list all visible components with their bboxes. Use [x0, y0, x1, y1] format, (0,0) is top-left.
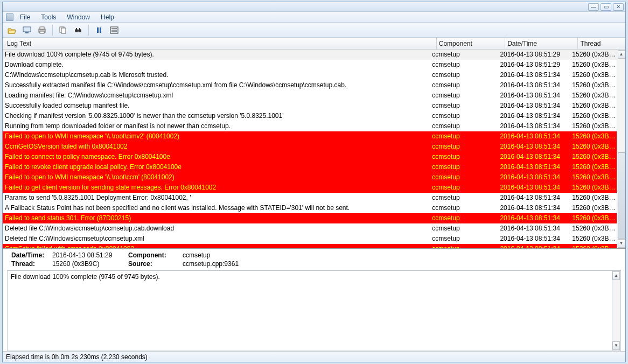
cell-thread: 15260 (0x3B9C	[570, 121, 617, 131]
print-button[interactable]	[36, 24, 48, 36]
detail-thread-label: Thread:	[11, 260, 49, 268]
maximize-button[interactable]: ▭	[601, 3, 611, 11]
list-icon	[110, 26, 118, 34]
log-row[interactable]: Failed to open to WMI namespace '\\.\roo…	[3, 131, 617, 142]
log-row[interactable]: Running from temp downloaded folder or m…	[3, 121, 617, 131]
cell-text: Download complete.	[3, 60, 430, 70]
close-button[interactable]: ✕	[613, 3, 624, 11]
column-header-datetime[interactable]: Date/Time	[505, 38, 578, 49]
cell-comp: ccmsetup	[430, 131, 498, 142]
grid-body[interactable]: File download 100% complete (9745 of 974…	[3, 50, 617, 248]
cell-date: 2016-04-13 08:51:34	[498, 121, 570, 131]
pause-button[interactable]	[93, 24, 105, 36]
app-icon	[6, 13, 13, 21]
cell-text: Failed to get client version for sending…	[3, 183, 430, 193]
svg-rect-6	[61, 28, 66, 33]
log-row[interactable]: Failed to get client version for sending…	[3, 183, 617, 193]
cell-thread: 15260 (0x3B9C	[570, 234, 617, 244]
vertical-scrollbar[interactable]: ▲ ▼	[617, 50, 625, 248]
find-button[interactable]	[72, 24, 84, 36]
cell-thread: 15260 (0x3B9C	[570, 193, 617, 203]
binoculars-icon	[74, 26, 82, 34]
details-panel: Date/Time: 2016-04-13 08:51:29 Component…	[7, 249, 621, 270]
scroll-down-button[interactable]: ▼	[618, 239, 625, 248]
cell-comp: ccmsetup	[430, 90, 498, 101]
open-button[interactable]	[6, 24, 18, 36]
detail-source-value: ccmsetup.cpp:9361	[183, 260, 617, 268]
cell-text: C:\Windows\ccmsetup\ccmsetup.cab is Micr…	[3, 70, 430, 80]
log-row[interactable]: A Fallback Status Point has not been spe…	[3, 203, 617, 213]
log-row[interactable]: Failed to send status 301. Error (87D002…	[3, 213, 617, 223]
log-row[interactable]: Failed to open to WMI namespace '\\.\roo…	[3, 172, 617, 183]
cell-date: 2016-04-13 08:51:34	[498, 152, 570, 162]
cell-date: 2016-04-13 08:51:34	[498, 80, 570, 90]
cell-comp: ccmsetup	[430, 223, 498, 234]
cell-comp: ccmsetup	[430, 121, 498, 131]
cell-date: 2016-04-13 08:51:34	[498, 172, 570, 183]
cell-comp: ccmsetup	[430, 60, 498, 70]
highlight-button[interactable]	[108, 24, 120, 36]
scroll-up-button[interactable]: ▲	[618, 50, 625, 59]
cell-date: 2016-04-13 08:51:34	[498, 101, 570, 111]
log-row[interactable]: Failed to connect to policy namespace. E…	[3, 152, 617, 162]
detail-text: File download 100% complete (9745 of 974…	[11, 273, 160, 281]
cell-text: Successfully loaded ccmsetup manifest fi…	[3, 101, 430, 111]
log-row[interactable]: C:\Windows\ccmsetup\ccmsetup.cab is Micr…	[3, 70, 617, 80]
cell-date: 2016-04-13 08:51:34	[498, 244, 570, 248]
menu-window[interactable]: Window	[62, 12, 94, 22]
copy-icon	[59, 26, 67, 34]
copy-button[interactable]	[57, 24, 69, 36]
toolbar-separator	[88, 25, 89, 36]
log-row[interactable]: CcmSetup failed with error code 0x800410…	[3, 244, 617, 248]
cell-thread: 15260 (0x3B9C	[570, 172, 617, 183]
menu-file[interactable]: File	[16, 12, 34, 22]
cell-date: 2016-04-13 08:51:34	[498, 90, 570, 101]
cell-text: Successfully extracted manifest file C:\…	[3, 80, 430, 90]
cell-date: 2016-04-13 08:51:34	[498, 223, 570, 234]
scroll-down-button[interactable]: ▼	[612, 341, 620, 350]
log-row[interactable]: Download complete.ccmsetup2016-04-13 08:…	[3, 60, 617, 70]
cell-text: CcmSetup failed with error code 0x800410…	[3, 244, 430, 248]
cell-date: 2016-04-13 08:51:34	[498, 203, 570, 213]
cell-date: 2016-04-13 08:51:34	[498, 234, 570, 244]
column-header-thread[interactable]: Thread	[578, 38, 625, 49]
cell-text: File download 100% complete (9745 of 974…	[3, 50, 430, 60]
menu-tools[interactable]: Tools	[37, 12, 60, 22]
menubar: File Tools Window Help	[3, 12, 625, 23]
log-row[interactable]: Checking if manifest version '5.00.8325.…	[3, 111, 617, 121]
svg-rect-0	[23, 27, 31, 32]
detail-text-pane[interactable]: File download 100% complete (9745 of 974…	[7, 270, 621, 351]
log-row[interactable]: Params to send '5.0.8325.1001 Deployment…	[3, 193, 617, 203]
column-header-component[interactable]: Component	[437, 38, 505, 49]
scroll-track[interactable]	[618, 59, 625, 239]
detail-scrollbar[interactable]: ▲ ▼	[612, 271, 620, 351]
cell-thread: 15260 (0x3B9C	[570, 203, 617, 213]
scroll-thumb[interactable]	[618, 152, 625, 239]
refresh-button[interactable]	[21, 24, 33, 36]
detail-thread-value: 15260 (0x3B9C)	[52, 260, 125, 268]
cell-comp: ccmsetup	[430, 142, 498, 152]
detail-source-label: Source:	[128, 260, 179, 268]
monitor-icon	[23, 26, 31, 34]
log-row[interactable]: File download 100% complete (9745 of 974…	[3, 50, 617, 60]
log-row[interactable]: Deleted file C:\Windows\ccmsetup\ccmsetu…	[3, 234, 617, 244]
menu-help[interactable]: Help	[96, 12, 118, 22]
log-row[interactable]: Loading manifest file: C:\Windows\ccmset…	[3, 90, 617, 101]
scroll-track[interactable]	[612, 281, 620, 341]
detail-component-label: Component:	[128, 251, 179, 259]
column-header-logtext[interactable]: Log Text	[5, 38, 437, 49]
cell-text: Failed to open to WMI namespace '\\.\roo…	[3, 172, 430, 183]
svg-rect-9	[76, 28, 77, 30]
minimize-button[interactable]: —	[588, 3, 599, 11]
log-row[interactable]: Deleted file C:\Windows\ccmsetup\ccmsetu…	[3, 223, 617, 234]
log-row[interactable]: Successfully extracted manifest file C:\…	[3, 80, 617, 90]
log-row[interactable]: Failed to revoke client upgrade local po…	[3, 162, 617, 172]
log-row[interactable]: CcmGetOSVersion failed with 0x80041002cc…	[3, 142, 617, 152]
log-grid: Log Text Component Date/Time Thread File…	[3, 38, 625, 249]
cell-comp: ccmsetup	[430, 234, 498, 244]
scroll-up-button[interactable]: ▲	[612, 271, 620, 280]
log-row[interactable]: Successfully loaded ccmsetup manifest fi…	[3, 101, 617, 111]
cell-comp: ccmsetup	[430, 203, 498, 213]
cell-thread: 15260 (0x3B9C	[570, 244, 617, 248]
cell-thread: 15260 (0x3B9C	[570, 131, 617, 142]
